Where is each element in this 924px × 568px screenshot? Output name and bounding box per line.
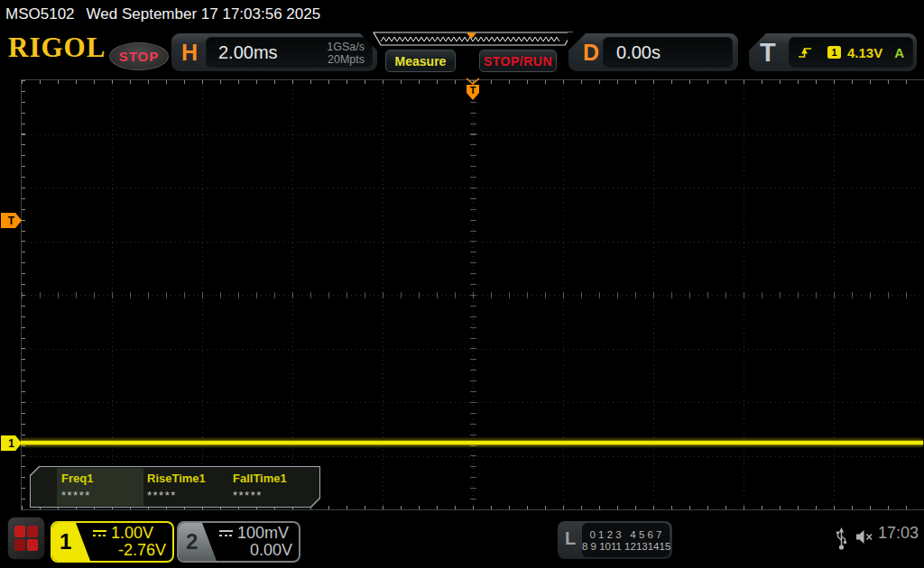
- measure-button[interactable]: Measure: [385, 50, 456, 72]
- bottom-bar: 1 1.00V -2.76V 2 100mV 0.00V L 0 1 2 3 4…: [0, 511, 924, 568]
- speaker-muted-icon: [855, 529, 874, 545]
- dc-coupling-icon: [219, 528, 233, 538]
- delay-inner-panel: 0.00s: [603, 37, 733, 68]
- delay-label: D: [583, 33, 599, 71]
- channel2-scale: 100mV: [237, 524, 289, 543]
- rigol-logo: RIGOL: [8, 32, 106, 64]
- channel2-tab: 2: [179, 523, 217, 561]
- channel2-status-block[interactable]: 2 100mV 0.00V: [177, 521, 300, 563]
- channel1-tab: 1: [52, 523, 90, 561]
- channel1-position-marker[interactable]: 1: [1, 435, 22, 451]
- grid-ticks-center-horizontal: [22, 292, 924, 298]
- measurement-value: *****: [61, 489, 91, 502]
- title-bar: MSO5102Wed September 17 17:03:56 2025: [0, 0, 924, 29]
- channel1-status-block[interactable]: 1 1.00V -2.76V: [51, 521, 174, 563]
- delay-value: 0.00s: [616, 42, 661, 63]
- trigger-settings-box[interactable]: T 1 4.13V A: [749, 33, 917, 71]
- channel2-scale-row: 100mV: [219, 524, 289, 542]
- acquisition-info: 1GSa/s 20Mpts: [327, 41, 365, 67]
- measurement-panel-inner: Freq1 ***** RiseTime1 ***** FallTime1 **…: [31, 467, 319, 507]
- channel1-offset: -2.76V: [118, 541, 166, 560]
- measure-button-label: Measure: [395, 54, 447, 69]
- waveform-overview-strip[interactable]: [373, 32, 573, 46]
- trigger-label: T: [760, 33, 776, 71]
- measurement-label: FallTime1: [233, 472, 287, 485]
- trigger-level-marker-label: T: [8, 215, 14, 227]
- channel2-offset: 0.00V: [250, 541, 292, 560]
- usb-icon: [835, 527, 848, 551]
- measurement-label: Freq1: [61, 472, 93, 485]
- delay-settings-box[interactable]: D 0.00s: [568, 33, 738, 71]
- run-state-badge: STOP: [109, 42, 169, 70]
- logic-label: L: [565, 528, 576, 549]
- channel1-scale-row: 1.00V: [93, 524, 153, 542]
- model-name: MSO5102: [5, 5, 75, 23]
- rising-edge-trigger-icon: [797, 45, 813, 60]
- measurement-panel[interactable]: Freq1 ***** RiseTime1 ***** FallTime1 **…: [30, 466, 320, 508]
- logic-row-2: 8 9 1011 12131415: [582, 541, 670, 552]
- trigger-sweep-mode: A: [894, 45, 904, 60]
- measurement-label: RiseTime1: [147, 472, 206, 485]
- toolbar: RIGOL STOP H 2.00ms 1GSa/s 20Mpts Measur…: [0, 29, 924, 77]
- logic-channel-list: 0 1 2 3 4 5 6 7 8 9 1011 12131415: [582, 523, 670, 557]
- system-datetime: Wed September 17 17:03:56 2025: [87, 5, 321, 23]
- channel1-trace: [21, 439, 923, 446]
- trigger-level-marker[interactable]: T: [1, 213, 22, 228]
- dc-coupling-icon: [93, 528, 106, 538]
- stop-run-button-label: STOP/RUN: [484, 54, 552, 69]
- horizontal-inner-panel: 2.00ms 1GSa/s 20Mpts: [206, 37, 373, 68]
- logic-row-1: 0 1 2 3 4 5 6 7: [582, 529, 670, 540]
- trigger-position-marker[interactable]: T: [463, 78, 483, 101]
- trigger-source-badge: 1: [827, 46, 841, 59]
- system-clock: 17:03: [878, 524, 919, 543]
- trigger-level-value: 4.13V: [847, 45, 882, 60]
- sample-rate: 1GSa/s: [327, 41, 365, 53]
- measurement-value: *****: [233, 489, 263, 502]
- horizontal-label: H: [181, 33, 198, 71]
- channel1-position-marker-label: 1: [8, 437, 14, 450]
- run-state-label: STOP: [119, 49, 160, 64]
- app-grid-icon: [14, 526, 38, 551]
- trigger-position-marker-label: T: [470, 85, 476, 96]
- channel1-scale: 1.00V: [111, 524, 153, 543]
- memory-depth: 20Mpts: [327, 53, 365, 66]
- horizontal-settings-box[interactable]: H 2.00ms 1GSa/s 20Mpts: [171, 33, 377, 71]
- logic-channels-block[interactable]: L 0 1 2 3 4 5 6 7 8 9 1011 12131415: [558, 521, 672, 559]
- stop-run-button[interactable]: STOP/RUN: [479, 50, 557, 72]
- trigger-inner-panel: 1 4.13V A: [789, 37, 913, 68]
- timebase-value: 2.00ms: [218, 42, 278, 63]
- app-menu-button[interactable]: [7, 517, 45, 560]
- measurement-value: *****: [147, 489, 177, 502]
